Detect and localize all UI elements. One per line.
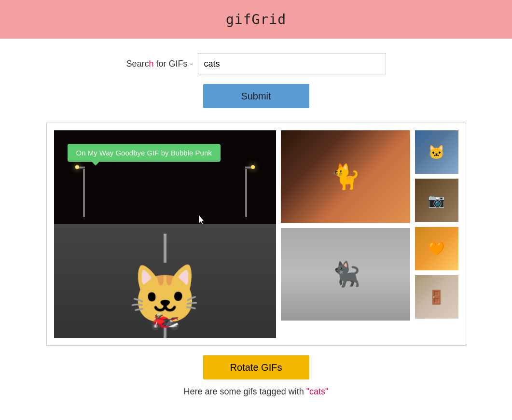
gif-cats-couch[interactable]: 🐈 [281, 130, 410, 223]
gif-camera-cat[interactable]: 📷 [415, 179, 458, 222]
small-gif-column: 🐱 📷 🧡 🚪 [415, 130, 458, 338]
rotate-button[interactable]: Rotate GIFs [203, 355, 309, 379]
streetlight-right-bulb [251, 165, 255, 169]
submit-button[interactable]: Submit [203, 84, 309, 108]
svg-marker-0 [199, 215, 204, 224]
motorcycle-icon: 🏍️ [150, 303, 180, 331]
search-label: Search for GIFs - [126, 59, 193, 69]
gif-cat-harness[interactable]: 🐱 [415, 130, 458, 174]
road-line-1 [164, 234, 166, 263]
gif-dark-cat[interactable]: 🐈‍⬛ [281, 228, 410, 321]
tag-line: Here are some gifs tagged with "cats" [0, 387, 512, 397]
medium-gif-column: 🐈 🐈‍⬛ [281, 130, 410, 338]
gif-grid: 🐱 🏍️ On My Way Goodbye GIF by Bubble Pun… [46, 123, 466, 346]
search-input[interactable] [198, 53, 386, 74]
gif-tooltip: On My Way Goodbye GIF by Bubble Punk [68, 144, 221, 162]
search-row: Search for GIFs - [126, 53, 386, 74]
search-section: Search for GIFs - Submit [0, 39, 512, 123]
cursor [199, 215, 205, 224]
gif-door-cat[interactable]: 🚪 [415, 275, 458, 319]
main-gif-wrapper[interactable]: 🐱 🏍️ On My Way Goodbye GIF by Bubble Pun… [54, 130, 276, 338]
side-gifs: 🐈 🐈‍⬛ 🐱 📷 [281, 130, 458, 338]
app-header: gifGrid [0, 0, 512, 39]
app-title: gifGrid [226, 12, 286, 28]
streetlight-right [245, 169, 247, 217]
streetlight-left-bulb [75, 165, 79, 169]
main-gif[interactable]: 🐱 🏍️ On My Way Goodbye GIF by Bubble Pun… [54, 130, 276, 338]
streetlight-left [83, 169, 85, 217]
gif-orange-cat[interactable]: 🧡 [415, 227, 458, 270]
